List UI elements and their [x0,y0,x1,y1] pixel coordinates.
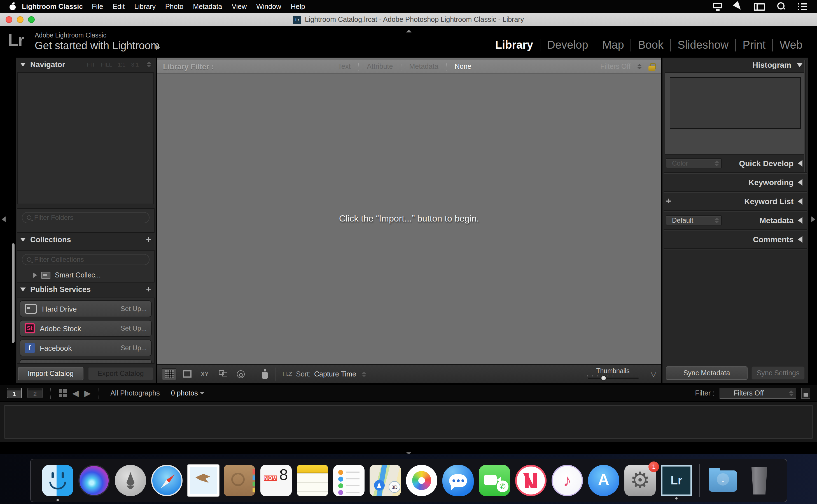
right-panel-scrollbar[interactable] [804,60,806,172]
menu-metadata[interactable]: Metadata [193,3,222,10]
keyword-list-panel-header[interactable]: + Keyword List [663,193,808,210]
slider-knob[interactable] [600,375,606,381]
close-window-button[interactable] [6,16,12,23]
set-up-button[interactable]: Set Up... [121,305,147,313]
set-up-button[interactable]: Set Up... [121,344,147,352]
dock-itunes-icon[interactable] [551,465,583,496]
dock-mail-icon[interactable] [187,465,219,496]
dock-reminders-icon[interactable] [333,465,365,496]
filter-attribute-option[interactable]: Attribute [358,63,401,70]
module-slideshow[interactable]: Slideshow [671,39,735,51]
module-develop[interactable]: Develop [540,39,595,51]
menu-window[interactable]: Window [256,3,281,10]
screen-mirroring-icon[interactable] [713,3,722,10]
metadata-panel-header[interactable]: Default Metadata [663,212,808,229]
go-back-icon[interactable]: ◀ [72,388,79,398]
painter-spray-icon[interactable] [262,369,268,379]
smart-collections-item[interactable]: Smart Collec... [17,269,154,282]
filter-text-option[interactable]: Text [330,63,358,70]
dock-app-store-icon[interactable] [588,465,619,496]
folders-filter-input[interactable] [34,214,144,222]
dock-system-preferences-icon[interactable]: 1 [625,465,656,496]
module-print[interactable]: Print [736,39,772,51]
add-collection-button[interactable]: + [146,234,151,244]
publish-service-flickr[interactable]: Flickr Set Up... [20,359,152,364]
compare-view-button[interactable] [198,368,212,380]
zoom-fill[interactable]: FILL [101,61,112,67]
people-view-button[interactable] [234,368,248,380]
module-web[interactable]: Web [773,39,809,51]
dock-siri-icon[interactable] [78,465,110,496]
module-map[interactable]: Map [595,39,631,51]
filter-lock-icon[interactable] [649,62,655,71]
navigator-panel-header[interactable]: Navigator FIT FILL 1:1 3:1 [16,58,156,71]
menu-view[interactable]: View [232,3,247,10]
keywording-panel-header[interactable]: Keywording [663,174,808,191]
sync-metadata-button[interactable]: Sync Metadata [666,366,748,380]
menu-library[interactable]: Library [134,3,156,10]
right-panel-collapse-icon[interactable] [811,216,815,222]
minimize-window-button[interactable] [17,16,23,23]
apple-menu-icon[interactable] [9,3,16,10]
filter-none-option[interactable]: None [446,63,479,70]
module-book[interactable]: Book [632,39,670,51]
filter-metadata-option[interactable]: Metadata [401,63,446,70]
dock-trash-icon[interactable] [744,465,775,496]
dock-calendar-icon[interactable]: NOV 8 [261,465,292,496]
publish-service-facebook[interactable]: f Facebook Set Up... [20,340,152,356]
filter-toggle-switch[interactable] [801,387,810,399]
left-panel-scrollbar[interactable] [12,243,15,343]
filter-preset-value[interactable]: Filters Off [600,63,631,70]
add-keyword-button[interactable]: + [666,196,672,207]
filter-preset-stepper-icon[interactable] [637,64,642,69]
dock-maps-icon[interactable]: 3D [370,465,401,496]
loupe-view-button[interactable] [180,368,194,380]
notification-center-icon[interactable] [798,3,807,10]
dock-notes-icon[interactable] [297,465,328,496]
collections-panel-header[interactable]: Collections + [16,233,156,246]
left-panel-collapse-icon[interactable] [2,216,6,222]
dock-safari-icon[interactable] [151,465,182,496]
grid-view-shortcut-icon[interactable] [59,389,67,397]
identity-plate-arrow-icon[interactable] [156,45,160,50]
photo-count[interactable]: 0 photos [171,389,205,397]
spotlight-search-icon[interactable] [777,2,786,11]
remote-pointer-icon[interactable] [733,1,743,12]
import-catalog-button[interactable]: Import Catalog [18,367,83,380]
second-window-button[interactable]: 2 [27,388,43,398]
zoom-1-1[interactable]: 1:1 [117,61,125,67]
dock-launchpad-icon[interactable] [115,465,146,496]
set-up-button[interactable]: Set Up... [121,324,147,332]
zoom-3-1[interactable]: 3:1 [131,61,139,67]
toolbar-options-icon[interactable] [651,370,656,378]
histogram-panel-header[interactable]: Histogram [663,58,808,72]
export-catalog-button[interactable]: Export Catalog [88,367,153,380]
menu-photo[interactable]: Photo [165,3,183,10]
collections-filter-field[interactable] [22,254,149,265]
dock-lightroom-icon[interactable]: Lr [661,465,692,496]
sort-direction-icon[interactable] [283,371,292,377]
top-panel-collapse-icon[interactable] [406,30,412,32]
filmstrip-source[interactable]: All Photographs [110,389,160,397]
menu-edit[interactable]: Edit [112,3,124,10]
zoom-window-button[interactable] [28,16,35,23]
dock-facetime-icon[interactable] [479,465,510,496]
menu-file[interactable]: File [92,3,103,10]
quick-develop-panel-header[interactable]: Color Quick Develop [663,155,808,172]
thumbnail-size-slider[interactable] [587,375,639,380]
folders-filter-field[interactable] [22,212,149,223]
sync-settings-button[interactable]: Sync Settings [752,366,805,380]
dock-downloads-folder-icon[interactable] [707,465,739,496]
expand-collection-icon[interactable] [33,272,37,278]
saved-preset-dropdown[interactable]: Color [666,158,722,168]
dock-news-icon[interactable] [515,465,546,496]
publish-service-adobe-stock[interactable]: St Adobe Stock Set Up... [20,320,152,337]
module-library[interactable]: Library [488,39,540,51]
menu-help[interactable]: Help [291,3,305,10]
metadata-preset-dropdown[interactable]: Default [666,215,722,225]
sort-stepper-icon[interactable] [362,371,366,377]
zoom-stepper-icon[interactable] [147,62,151,67]
dock-finder-icon[interactable] [42,465,73,496]
dock-photos-icon[interactable] [406,465,437,496]
go-forward-icon[interactable]: ▶ [84,388,91,398]
